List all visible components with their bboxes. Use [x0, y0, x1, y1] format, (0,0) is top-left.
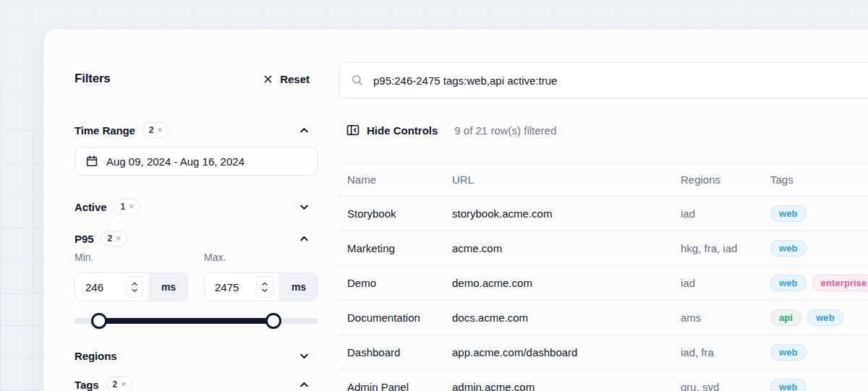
table-row: Demo demo.acme.com iad webenterprise [339, 266, 868, 301]
max-input-wrap [205, 273, 279, 301]
min-label: Min. [75, 252, 93, 263]
badge-clear-icon: × [157, 126, 162, 134]
filter-count-badge[interactable]: 2 × [101, 231, 127, 246]
minmax-inputs: ms ms [75, 272, 318, 301]
search-box [339, 62, 868, 98]
cell-url: admin.acme.com [443, 381, 672, 391]
date-range-value: Aug 09, 2024 - Aug 16, 2024 [106, 155, 244, 168]
slider-range [99, 318, 273, 324]
hide-controls-button[interactable]: Hide Controls [346, 123, 438, 137]
table-row: Admin Panel admin.acme.com gru, syd web [339, 370, 868, 391]
cell-regions: hkg, fra, iad [672, 242, 762, 254]
chevron-up-icon [299, 233, 310, 244]
filter-status: 9 of 21 row(s) filtered [454, 124, 556, 137]
filter-count-badge[interactable]: 2 × [142, 122, 169, 138]
cell-url: demo.acme.com [443, 277, 672, 289]
slider-handle-min[interactable] [91, 313, 107, 329]
cell-tags: apiweb [762, 309, 868, 326]
minmax-labels: Min. Max. [75, 252, 318, 266]
cell-name: Storybook [339, 207, 443, 220]
table-body: Storybook storybook.acme.com iad web Mar… [339, 197, 868, 391]
cell-name: Admin Panel [339, 381, 443, 391]
section-header-tags[interactable]: Tags 2 × [75, 374, 318, 391]
unit-suffix: ms [279, 273, 318, 301]
cell-regions: iad [672, 207, 762, 220]
max-input-group: ms [204, 272, 318, 301]
tag-badge: web [770, 344, 807, 361]
cell-url: app.acme.com/dashboard [443, 346, 672, 358]
panel-left-close-icon [346, 123, 360, 137]
cell-tags: web [762, 205, 868, 222]
badge-count: 1 [120, 202, 125, 212]
section-label: Regions [75, 350, 116, 362]
filter-count-badge[interactable]: 2 × [106, 377, 133, 391]
table-row: Storybook storybook.acme.com iad web [339, 197, 868, 231]
cell-name: Marketing [339, 242, 443, 254]
table-row: Dashboard app.acme.com/dashboard iad, fr… [339, 335, 868, 370]
badge-clear-icon: × [129, 202, 134, 211]
column-header-tags: Tags [762, 173, 868, 186]
cell-url: storybook.acme.com [443, 207, 672, 220]
date-range-button[interactable]: Aug 09, 2024 - Aug 16, 2024 [75, 147, 318, 176]
calendar-icon [85, 155, 98, 168]
min-input-group: ms [75, 272, 188, 301]
number-stepper[interactable] [126, 276, 143, 298]
table-row: Marketing acme.com hkg, fra, iad web [339, 231, 868, 266]
cell-url: acme.com [443, 242, 672, 254]
section-header-time-range[interactable]: Time Range 2 × [75, 119, 318, 141]
tag-badge: web [770, 275, 807, 291]
panel-title: Filters [75, 72, 111, 86]
chevron-up-icon [299, 125, 310, 136]
cell-tags: web [762, 240, 868, 257]
chevron-up-icon [261, 282, 268, 286]
table-controls: Hide Controls 9 of 21 row(s) filtered [346, 121, 556, 139]
chevron-down-icon [299, 351, 310, 361]
tag-badge: web [770, 379, 807, 391]
section-label: P95 [75, 233, 93, 245]
number-stepper[interactable] [256, 276, 273, 298]
section-label: Active [75, 201, 106, 213]
tag-badge: api [770, 309, 801, 326]
main-card: Filters Reset Time Range 2 × Aug 09 [43, 29, 868, 391]
reset-button[interactable]: Reset [263, 73, 310, 85]
page-background: { "filters_panel": { "title": "Filters",… [0, 0, 868, 391]
chevron-down-icon [299, 202, 310, 212]
cell-name: Documentation [339, 311, 443, 324]
tag-badge: web [770, 205, 807, 222]
cell-regions: iad [672, 277, 762, 289]
min-input[interactable] [85, 281, 122, 293]
cell-regions: gru, syd [672, 381, 762, 391]
max-label: Max. [204, 252, 226, 263]
cell-regions: ams [672, 311, 762, 324]
min-input-wrap [75, 273, 149, 301]
section-header-p95[interactable]: P95 2 × [75, 228, 318, 249]
data-table: Name URL Regions Tags Storybook storyboo… [339, 163, 868, 391]
cell-url: docs.acme.com [443, 311, 672, 324]
section-header-active[interactable]: Active 1 × [75, 196, 318, 218]
badge-clear-icon: × [121, 380, 126, 389]
section-label: Tags [75, 379, 99, 391]
unit-suffix: ms [149, 273, 187, 301]
search-input[interactable] [372, 74, 868, 87]
chevron-down-icon [131, 288, 138, 293]
filter-count-badge[interactable]: 1 × [114, 199, 140, 215]
chevron-down-icon [261, 288, 268, 293]
max-input[interactable] [215, 281, 252, 293]
badge-count: 2 [113, 379, 118, 390]
tag-badge: web [807, 309, 843, 326]
table-header-row: Name URL Regions Tags [339, 163, 868, 197]
tag-badge: web [770, 240, 807, 257]
column-header-regions: Regions [672, 173, 762, 186]
cell-regions: iad, fra [672, 346, 762, 358]
cell-name: Dashboard [339, 346, 443, 358]
section-header-regions[interactable]: Regions × [75, 345, 318, 366]
slider-handle-max[interactable] [265, 313, 281, 329]
filters-panel: Filters Reset Time Range 2 × Aug 09 [75, 29, 318, 391]
table-row: Documentation docs.acme.com ams apiweb [339, 301, 868, 335]
column-header-name: Name [339, 173, 443, 186]
cell-tags: webenterprise [762, 275, 868, 291]
filters-panel-header: Filters Reset [75, 69, 318, 89]
reset-label: Reset [280, 73, 310, 85]
x-icon [263, 74, 273, 85]
cell-tags: web [762, 379, 868, 391]
